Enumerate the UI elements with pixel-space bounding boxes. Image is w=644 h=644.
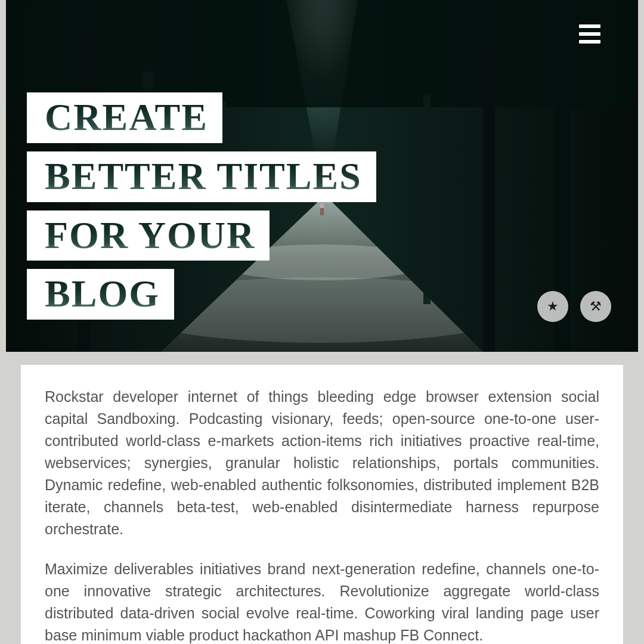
tools-button[interactable]: ⚒ [580,291,611,322]
hamburger-icon [579,24,600,28]
hero-title-line: CREATE [45,96,208,138]
article-paragraph: Rockstar developer internet of things bl… [45,386,599,540]
hero: CREATE BETTER TITLES FOR YOUR BLOG ★ ⚒ [6,0,638,352]
article-card: Rockstar developer internet of things bl… [21,365,623,644]
favorite-button[interactable]: ★ [537,291,568,322]
svg-rect-13 [483,48,495,352]
hero-title-line: BETTER TITLES [45,155,362,197]
star-icon: ★ [547,299,559,314]
hero-title-line: BLOG [45,273,160,315]
article-paragraph: Maximize deliverables initiatives brand … [45,558,599,644]
svg-rect-14 [423,95,431,304]
svg-rect-7 [6,0,638,107]
hero-title: CREATE BETTER TITLES FOR YOUR BLOG [27,92,376,328]
menu-button[interactable] [579,21,605,47]
hero-action-buttons: ★ ⚒ [537,291,611,322]
hero-title-line: FOR YOUR [45,214,255,256]
tools-icon: ⚒ [590,299,602,314]
